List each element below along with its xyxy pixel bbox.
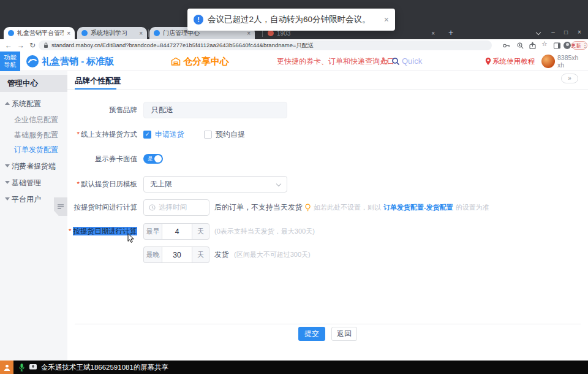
form-row-by-time: 按提货时间进行计算 选择时间 后的订单，不支持当天发货 如若此处不设置，则以订单… [66,199,581,216]
sidebar-item-order-shipping[interactable]: 订单发货配置 [0,144,67,155]
tutorial-link[interactable]: 系统使用教程 [492,52,535,71]
tab-title: 1903 [277,30,428,37]
checkbox-delivery-checked[interactable]: ✓ [143,131,151,139]
group-unit: 天 [192,246,209,263]
update-label: 更新 [571,42,581,49]
zoom-icon[interactable] [516,42,524,50]
form-row-face-value: 显示券卡面值 是 [66,153,581,165]
config-tip: 如若此处不设置，则以订单发货配置-发货配置的设置为准 [304,203,489,212]
panel-expand-button[interactable]: » [561,74,578,83]
browser-profile-avatar[interactable] [564,42,571,49]
checkbox-self-pickup-unchecked[interactable] [204,131,212,139]
sidebar-item-enterprise-info[interactable]: 企业信息配置 [0,114,67,125]
tab-divider [148,29,149,37]
ship-text: 发货 [214,250,229,260]
toggle-on-text: 是 [148,155,153,162]
browser-tab-2[interactable]: 系统培训学习 × [77,27,147,39]
sidebar-collapse-handle[interactable] [54,197,67,216]
field-label: *默认提货日历模板 [66,180,137,189]
tip-link[interactable]: 订单发货配置-发货配置 [383,203,453,212]
screen-share-icon [29,364,37,371]
field-label: 按提货时间进行计算 [66,203,137,212]
back-icon[interactable]: ← [5,39,12,52]
earliest-days-input[interactable] [162,223,192,240]
browser-update-chip[interactable]: 更新 ⋮ [571,41,587,50]
sidebar-group-label: 系统配置 [12,99,41,108]
required-mark: * [69,227,71,235]
group-prefix: 最早 [143,223,162,240]
tab-title: 礼盒营销平台管理中心 [17,29,64,37]
sidebar-group-label: 平台用户 [12,195,41,204]
tab-search-icon[interactable] [536,30,541,35]
user-sub: xh [557,61,578,69]
bookmark-star-icon[interactable]: ☆ [541,37,548,50]
field-label: 预售品牌 [66,105,137,115]
time-placeholder: 选择时间 [159,203,187,212]
toast-close-icon[interactable]: × [384,15,389,25]
window-minimize-button[interactable]: – [547,27,559,38]
presale-brand-input[interactable] [143,102,287,118]
back-button[interactable]: 返回 [331,327,357,341]
user-name: 8385xh [557,54,578,61]
nav-toggle-line2: 导航 [0,61,20,69]
sidebar-title: 管理中心 [0,75,67,92]
footer-divider [75,324,581,324]
tab-close-icon[interactable]: × [247,30,251,37]
side-panel-icon[interactable] [553,42,561,50]
user-avatar[interactable] [541,55,555,68]
tip-suffix: 的设置为准 [456,203,489,212]
calendar-template-select[interactable]: 无上限 [143,176,287,193]
form-row-presale-brand: 预售品牌 [66,102,581,118]
sidebar-group-label: 消费者提货端 [12,162,56,170]
app-logo [26,55,39,68]
share-text: 金禾通技术王斌18662591081的屏幕共享 [41,363,168,372]
address-bar[interactable]: standard.maboy.cn/EditBand?brandcode=844… [39,40,492,50]
function-nav-toggle[interactable]: 功能 导航 [0,52,20,71]
earliest-days-group: 最早 天 [143,223,209,240]
share-icon[interactable] [529,42,537,50]
nav-toggle-line1: 功能 [0,54,20,61]
reload-icon[interactable]: ↻ [29,39,36,52]
menu-fold-icon [57,204,64,210]
latest-days-input[interactable] [162,246,192,263]
sidebar-group-system-config[interactable]: 系统配置 [0,98,67,109]
group-prefix: 最晚 [143,246,162,263]
sidebar-group-consumer-pickup[interactable]: 消费者提货端 [0,161,67,172]
face-value-toggle-on[interactable]: 是 [143,154,163,164]
select-value: 无上限 [150,180,172,188]
screen-share-bar: 金禾通技术王斌18662591081的屏幕共享 [0,361,588,374]
new-tab-button[interactable]: + [445,28,456,39]
tab-close-icon[interactable]: × [139,30,143,37]
sidebar-item-basic-service[interactable]: 基础服务配置 [0,129,67,140]
forward-icon[interactable]: → [17,39,24,52]
key-icon[interactable] [502,42,510,50]
footer-buttons: 提交 返回 [67,327,588,341]
tab-favicon-icon [8,30,14,36]
share-center-link[interactable]: 仓分享中心 [183,52,229,71]
tab-brand-personality-config[interactable]: 品牌个性配置 [75,76,121,86]
checkbox-label-self-pickup[interactable]: 预约自提 [216,129,245,140]
tab-divider-line [67,90,588,90]
time-picker-input[interactable]: 选择时间 [143,199,209,216]
tab-title: 系统培训学习 [91,29,136,37]
tab-close-icon[interactable]: × [431,30,435,37]
submit-button[interactable]: 提交 [298,327,325,341]
tab-favicon-icon [268,30,274,36]
window-close-button[interactable]: × [573,27,586,38]
padlock-icon [43,42,48,48]
browser-tab-1[interactable]: 礼盒营销平台管理中心 × [4,27,75,39]
chevron-down-icon [276,181,281,186]
tab-close-icon[interactable]: × [67,30,70,37]
checkbox-label-delivery[interactable]: 申请送货 [155,129,184,140]
kebab-menu-icon[interactable]: ⋮ [582,42,588,48]
quick-search-icon[interactable] [391,57,400,66]
required-mark: * [77,180,80,188]
microphone-icon [18,363,25,372]
form-row-calendar-template: *默认提货日历模板 无上限 [66,176,581,193]
participant-tile[interactable] [0,361,13,374]
sidebar-group-basic-management[interactable]: 基础管理 [0,177,67,188]
form-row-pickup-methods: *线上支持提货方式 ✓ 申请送货 预约自提 [66,128,581,140]
toast-message: 会议已超过2人，自动转为60分钟限时会议。 [208,14,371,25]
window-maximize-button[interactable]: □ [560,27,572,38]
quick-label[interactable]: Quick [402,52,422,71]
